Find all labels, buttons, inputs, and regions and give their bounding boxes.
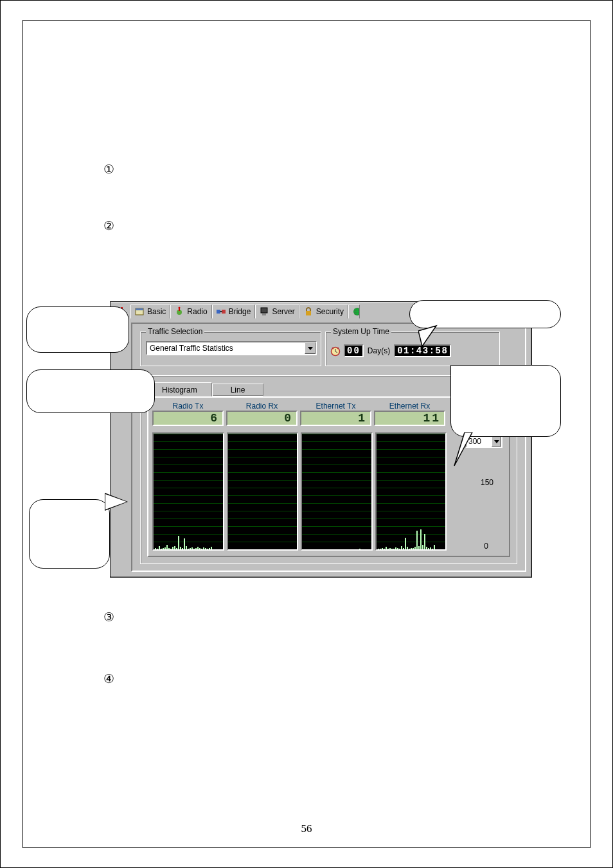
metric-ethernet-tx: Ethernet Tx 1 bbox=[300, 402, 371, 426]
system-uptime-group: System Up Time 00 Day(s) 01:43:58 bbox=[325, 332, 500, 366]
page-number: 56 bbox=[1, 822, 612, 835]
svg-rect-5 bbox=[136, 308, 143, 310]
metric-label: Radio Rx bbox=[226, 402, 298, 411]
histogram-ethernet-tx bbox=[301, 432, 373, 551]
server-icon bbox=[259, 306, 269, 317]
metric-radio-tx: Radio Tx 6 bbox=[152, 402, 224, 426]
metric-value: 0 bbox=[226, 411, 298, 426]
basic-icon bbox=[134, 306, 145, 317]
clock-icon bbox=[330, 345, 341, 357]
tab-bridge[interactable]: Bridge bbox=[212, 305, 256, 319]
histogram-row bbox=[152, 432, 447, 551]
metric-value: 11 bbox=[374, 411, 445, 426]
callout-4 bbox=[29, 499, 110, 569]
svg-rect-13 bbox=[306, 311, 311, 315]
marker-2: ② bbox=[103, 220, 114, 232]
traffic-selection-dropdown[interactable]: General Traffic Statistics bbox=[146, 341, 317, 355]
svg-marker-16 bbox=[418, 326, 436, 346]
svg-rect-11 bbox=[261, 308, 267, 313]
y-scale-zero: 0 bbox=[484, 542, 488, 551]
metric-value: 6 bbox=[152, 411, 224, 426]
tab-security-label: Security bbox=[316, 307, 344, 316]
tab-basic[interactable]: Basic bbox=[130, 305, 170, 319]
traffic-selection-legend: Traffic Selection bbox=[146, 327, 204, 336]
uptime-days-value: 00 bbox=[344, 344, 364, 357]
top-tabbar: Basic Radio Bridge Server bbox=[130, 305, 360, 319]
histogram-radio-tx bbox=[152, 432, 224, 551]
svg-rect-12 bbox=[262, 314, 266, 315]
metric-radio-rx: Radio Rx 0 bbox=[226, 402, 298, 426]
tab-server[interactable]: Server bbox=[255, 305, 299, 319]
uptime-days-label: Day(s) bbox=[366, 346, 391, 355]
metrics-row: Radio Tx 6 Radio Rx 0 Ethernet Tx 1 bbox=[152, 402, 445, 426]
metric-ethernet-rx: Ethernet Rx 11 bbox=[374, 402, 445, 426]
marker-3: ③ bbox=[103, 611, 114, 623]
tab-histogram[interactable]: Histogram bbox=[147, 382, 212, 396]
dropdown-button[interactable] bbox=[305, 342, 315, 354]
marker-1: ① bbox=[103, 163, 114, 175]
marker-4: ④ bbox=[103, 673, 114, 685]
bridge-icon bbox=[216, 306, 226, 317]
tab-radio-label: Radio bbox=[187, 307, 207, 316]
system-uptime-legend: System Up Time bbox=[331, 327, 391, 336]
tab-server-label: Server bbox=[272, 307, 294, 316]
chevron-down-icon bbox=[494, 440, 499, 443]
tab-security[interactable]: Security bbox=[299, 305, 348, 319]
traffic-selection-group: Traffic Selection General Traffic Statis… bbox=[140, 332, 321, 366]
tab-radio[interactable]: Radio bbox=[170, 305, 211, 319]
callout-3 bbox=[450, 365, 561, 437]
radio-icon bbox=[174, 306, 184, 317]
globe-icon bbox=[352, 306, 360, 317]
svg-point-7 bbox=[179, 307, 181, 309]
svg-rect-10 bbox=[220, 311, 222, 312]
callout-5-pointer bbox=[418, 324, 438, 344]
callout-3-pointer bbox=[459, 435, 472, 461]
tab-bridge-label: Bridge bbox=[229, 307, 251, 316]
y-scale-mid: 150 bbox=[481, 478, 493, 487]
chart-type-tabs: Histogram Line bbox=[147, 382, 263, 396]
metric-label: Ethernet Rx bbox=[374, 402, 445, 411]
svg-marker-17 bbox=[454, 432, 472, 466]
histogram-radio-rx bbox=[227, 432, 299, 551]
chevron-down-icon bbox=[308, 347, 313, 350]
callout-1 bbox=[26, 306, 129, 353]
lock-icon bbox=[303, 306, 314, 317]
callout-4-pointer bbox=[105, 493, 128, 511]
tab-basic-label: Basic bbox=[147, 307, 166, 316]
callout-2 bbox=[26, 369, 155, 413]
traffic-selection-value: General Traffic Statistics bbox=[147, 344, 305, 353]
dropdown-button[interactable] bbox=[492, 436, 501, 447]
tab-line[interactable]: Line bbox=[212, 384, 264, 396]
metric-label: Radio Tx bbox=[152, 402, 224, 411]
histogram-ethernet-rx bbox=[375, 432, 447, 551]
tab-overflow[interactable] bbox=[348, 305, 360, 319]
metric-label: Ethernet Tx bbox=[300, 402, 371, 411]
metric-value: 1 bbox=[300, 411, 371, 426]
